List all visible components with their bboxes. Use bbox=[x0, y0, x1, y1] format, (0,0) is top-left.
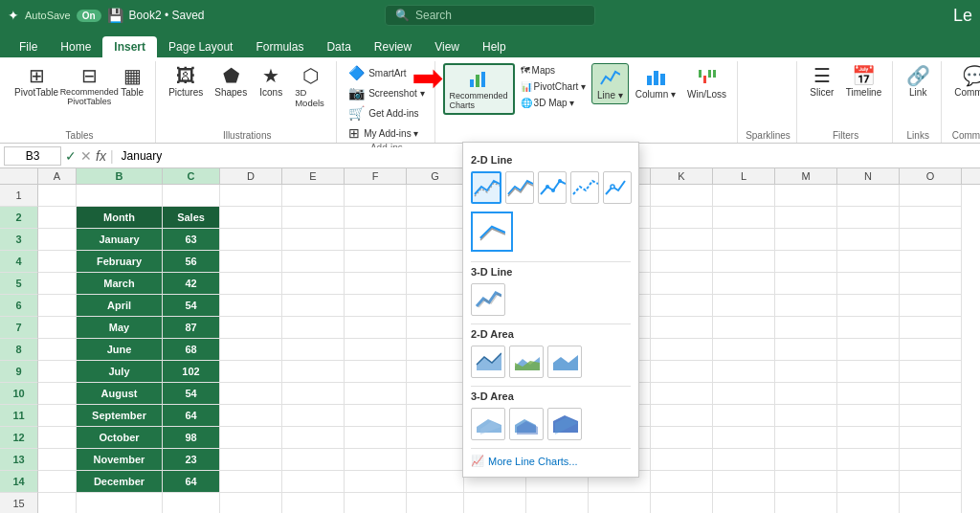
cell-n5[interactable] bbox=[837, 273, 900, 295]
cell-d3[interactable] bbox=[220, 229, 282, 251]
cell-b14[interactable]: December bbox=[77, 471, 163, 493]
cell-k3[interactable] bbox=[651, 229, 713, 251]
area-3d-3[interactable] bbox=[547, 408, 582, 440]
cell-e2[interactable] bbox=[282, 207, 345, 229]
cell-o6[interactable] bbox=[900, 295, 962, 317]
autosave-toggle[interactable]: On bbox=[77, 10, 101, 22]
cell-g4[interactable] bbox=[407, 251, 464, 273]
cell-c4[interactable]: 56 bbox=[163, 251, 220, 273]
col-header-b[interactable]: B bbox=[77, 168, 163, 184]
cell-f4[interactable] bbox=[345, 251, 407, 273]
cell-m1[interactable] bbox=[775, 185, 837, 207]
col-header-e[interactable]: E bbox=[282, 168, 345, 184]
cell-o2[interactable] bbox=[900, 207, 962, 229]
cell-e12[interactable] bbox=[282, 427, 345, 449]
cell-c15[interactable] bbox=[163, 493, 220, 513]
cell-d8[interactable] bbox=[220, 339, 282, 361]
cell-e3[interactable] bbox=[282, 229, 345, 251]
shapes-button[interactable]: ⬟ Shapes bbox=[210, 63, 252, 100]
cell-f10[interactable] bbox=[345, 383, 407, 405]
pivot-chart-button[interactable]: 📊 PivotChart ▾ bbox=[517, 79, 590, 94]
tab-file[interactable]: File bbox=[8, 36, 49, 57]
user-icon[interactable]: Le bbox=[953, 6, 972, 26]
recommended-pivottables-button[interactable]: ⊟ Recommended PivotTables bbox=[65, 63, 113, 109]
col-header-c[interactable]: C bbox=[163, 168, 220, 184]
cell-f9[interactable] bbox=[345, 361, 407, 383]
cell-k1[interactable] bbox=[651, 185, 713, 207]
cell-e6[interactable] bbox=[282, 295, 345, 317]
cell-g10[interactable] bbox=[407, 383, 464, 405]
cell-d12[interactable] bbox=[220, 427, 282, 449]
pictures-button[interactable]: 🖼 Pictures bbox=[164, 63, 208, 100]
cell-b12[interactable]: October bbox=[77, 427, 163, 449]
cell-n15[interactable] bbox=[837, 493, 900, 513]
col-header-n[interactable]: N bbox=[837, 168, 900, 184]
cell-l6[interactable] bbox=[713, 295, 775, 317]
cell-a4[interactable] bbox=[38, 251, 77, 273]
cell-k2[interactable] bbox=[651, 207, 713, 229]
smartart-button[interactable]: 🔷 SmartArt bbox=[345, 63, 410, 82]
cell-a2[interactable] bbox=[38, 207, 77, 229]
cell-o14[interactable] bbox=[900, 471, 962, 493]
cell-c10[interactable]: 54 bbox=[163, 383, 220, 405]
more-line-charts-link[interactable]: 📈 More Line Charts... bbox=[471, 453, 631, 469]
cell-c12[interactable]: 98 bbox=[163, 427, 220, 449]
cell-n1[interactable] bbox=[837, 185, 900, 207]
cell-e5[interactable] bbox=[282, 273, 345, 295]
cell-a5[interactable] bbox=[38, 273, 77, 295]
cell-l7[interactable] bbox=[713, 317, 775, 339]
cell-c6[interactable]: 54 bbox=[163, 295, 220, 317]
cell-l12[interactable] bbox=[713, 427, 775, 449]
cell-l4[interactable] bbox=[713, 251, 775, 273]
cell-k5[interactable] bbox=[651, 273, 713, 295]
cell-c3[interactable]: 63 bbox=[163, 229, 220, 251]
cell-m12[interactable] bbox=[775, 427, 837, 449]
cell-g8[interactable] bbox=[407, 339, 464, 361]
tab-formulas[interactable]: Formulas bbox=[244, 36, 315, 57]
cell-k9[interactable] bbox=[651, 361, 713, 383]
cell-l13[interactable] bbox=[713, 449, 775, 471]
cell-k11[interactable] bbox=[651, 405, 713, 427]
link-button[interactable]: 🔗 Link bbox=[901, 63, 935, 100]
cell-g2[interactable] bbox=[407, 207, 464, 229]
cell-i15[interactable] bbox=[526, 493, 589, 513]
cell-o1[interactable] bbox=[900, 185, 962, 207]
cell-n8[interactable] bbox=[837, 339, 900, 361]
cell-n7[interactable] bbox=[837, 317, 900, 339]
cell-e7[interactable] bbox=[282, 317, 345, 339]
cell-b4[interactable]: February bbox=[77, 251, 163, 273]
screenshot-button[interactable]: 📷 Screenshot ▾ bbox=[345, 83, 428, 102]
cell-b10[interactable]: August bbox=[77, 383, 163, 405]
area-3d-1[interactable] bbox=[471, 408, 505, 440]
cell-d15[interactable] bbox=[220, 493, 282, 513]
cell-n14[interactable] bbox=[837, 471, 900, 493]
cell-a8[interactable] bbox=[38, 339, 77, 361]
cell-f14[interactable] bbox=[345, 471, 407, 493]
fx-cancel[interactable]: ✕ bbox=[80, 148, 92, 164]
cell-a6[interactable] bbox=[38, 295, 77, 317]
cell-f13[interactable] bbox=[345, 449, 407, 471]
cell-d5[interactable] bbox=[220, 273, 282, 295]
cell-n4[interactable] bbox=[837, 251, 900, 273]
cell-k8[interactable] bbox=[651, 339, 713, 361]
cell-f7[interactable] bbox=[345, 317, 407, 339]
cell-k15[interactable] bbox=[651, 493, 713, 513]
cell-f1[interactable] bbox=[345, 185, 407, 207]
comment-button[interactable]: 💬 Comment bbox=[949, 63, 980, 100]
fx-checkmark[interactable]: ✓ bbox=[65, 148, 77, 164]
cell-c1[interactable] bbox=[163, 185, 220, 207]
cell-g7[interactable] bbox=[407, 317, 464, 339]
cell-o4[interactable] bbox=[900, 251, 962, 273]
cell-g9[interactable] bbox=[407, 361, 464, 383]
cell-n10[interactable] bbox=[837, 383, 900, 405]
cell-l3[interactable] bbox=[713, 229, 775, 251]
line-2d-5[interactable] bbox=[603, 171, 632, 204]
line-2d-4[interactable] bbox=[570, 171, 599, 204]
cell-n11[interactable] bbox=[837, 405, 900, 427]
cell-l8[interactable] bbox=[713, 339, 775, 361]
cell-m7[interactable] bbox=[775, 317, 837, 339]
cell-f8[interactable] bbox=[345, 339, 407, 361]
cell-e1[interactable] bbox=[282, 185, 345, 207]
cell-e14[interactable] bbox=[282, 471, 345, 493]
cell-c14[interactable]: 64 bbox=[163, 471, 220, 493]
